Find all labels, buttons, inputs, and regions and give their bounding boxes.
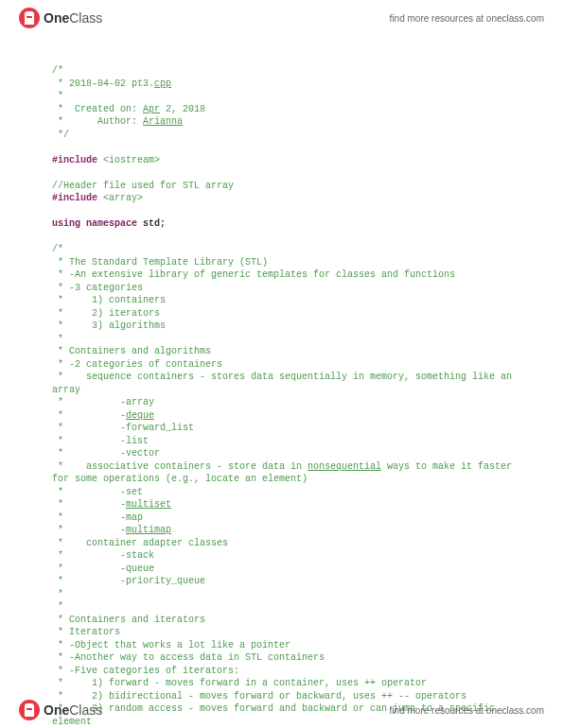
block-line-wrap: array <box>52 384 511 397</box>
page-header: OneClass find more resources at oneclass… <box>0 0 563 36</box>
comment-close: */ <box>52 129 511 142</box>
brand-logo: OneClass <box>19 8 102 28</box>
block-line: * 2) iterators <box>52 307 511 321</box>
blank-line <box>52 231 511 244</box>
block-line: * -map <box>52 511 511 525</box>
block-line: * -queue <box>52 563 511 576</box>
block-line: * <box>52 588 511 601</box>
logo-text: OneClass <box>44 10 102 26</box>
block-line-deque: * -deque <box>52 409 511 423</box>
block-line: * Iterators <box>52 626 511 639</box>
logo-text-footer: OneClass <box>44 702 102 718</box>
header-comment: //Header file used for STL array <box>52 180 511 193</box>
block-line: * 1) containers <box>52 294 511 307</box>
resources-link-top[interactable]: find more resources at oneclass.com <box>390 13 544 24</box>
block-line: * -stack <box>52 549 511 563</box>
block-line: * -2 categories of containers <box>52 358 511 372</box>
logo-icon <box>19 8 40 28</box>
block-line: * Containers and algorithms <box>52 345 511 358</box>
comment-filename: * 2018-04-02 pt3.cpp <box>52 78 511 91</box>
block-line: * <box>52 600 511 614</box>
include-iostream: #include <iostream> <box>52 154 511 167</box>
block-line: * 1) forward - moves forward in a contai… <box>52 677 511 690</box>
code-body: /* * 2018-04-02 pt3.cpp * * Created on: … <box>0 36 563 728</box>
block-open: /* <box>52 243 511 256</box>
block-line: * -Five categories of iterators: <box>52 665 511 678</box>
comment-star: * <box>52 90 511 103</box>
include-array: #include <array> <box>52 192 511 205</box>
block-line: * <box>52 333 511 346</box>
blank-line <box>52 205 511 218</box>
block-line: * -set <box>52 486 511 499</box>
blank-line <box>52 141 511 154</box>
resources-link-bottom[interactable]: find more resources at oneclass.com <box>390 705 544 716</box>
block-line: * -list <box>52 435 511 448</box>
using-namespace: using namespace std; <box>52 217 511 231</box>
block-line-multimap: * -multimap <box>52 524 511 537</box>
block-line: * container adapter classes <box>52 537 511 550</box>
logo-icon <box>19 700 40 720</box>
comment-open: /* <box>52 64 511 78</box>
brand-logo-footer: OneClass <box>19 700 102 720</box>
block-line: * -Object that works a lot like a pointe… <box>52 639 511 652</box>
block-line: * -forward_list <box>52 422 511 435</box>
comment-author: * Author: Arianna <box>52 115 511 129</box>
block-line: * sequence containers - stores data sequ… <box>52 371 511 384</box>
block-line-wrap: for some operations (e.g., locate an ele… <box>52 473 511 486</box>
block-line-multiset: * -multiset <box>52 498 511 511</box>
blank-line <box>52 166 511 180</box>
page-footer: OneClass find more resources at oneclass… <box>0 692 563 728</box>
block-line: * -vector <box>52 447 511 460</box>
comment-created: * Created on: Apr 2, 2018 <box>52 103 511 116</box>
block-line: * The Standard Template Library (STL) <box>52 256 511 269</box>
block-line: * -priority_queue <box>52 575 511 588</box>
block-line: * 3) algorithms <box>52 320 511 333</box>
block-line-assoc: * associative containers - store data in… <box>52 460 511 474</box>
block-line: * -Another way to access data in STL con… <box>52 651 511 665</box>
block-line: * Containers and iterators <box>52 614 511 627</box>
block-line: * -3 categories <box>52 282 511 295</box>
block-line: * -An extensive library of generic templ… <box>52 269 511 282</box>
block-line: * -array <box>52 396 511 409</box>
